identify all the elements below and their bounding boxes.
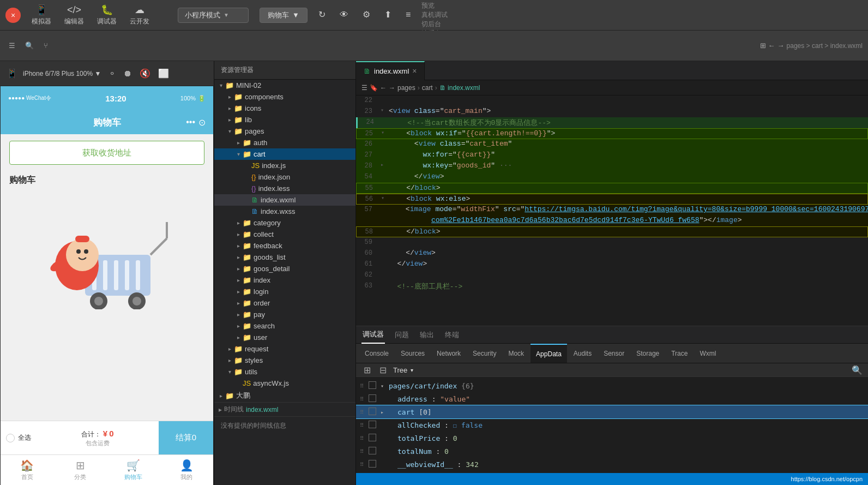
git-icon[interactable]: ⑂: [40, 40, 51, 51]
tree-search[interactable]: ▸ 📁 search: [214, 320, 355, 332]
tree-index[interactable]: ▸ 📁 index: [214, 274, 355, 286]
tree-request[interactable]: ▸ 📁 request: [214, 343, 355, 355]
upload-btn[interactable]: ⬆: [379, 7, 397, 23]
address-checkbox[interactable]: [369, 394, 376, 402]
devtools-tab-security[interactable]: Security: [467, 344, 502, 363]
tree-index-json[interactable]: {} index.json: [214, 171, 355, 183]
tree-category[interactable]: ▸ 📁 category: [214, 217, 355, 229]
data-totalprice-row[interactable]: ⠿ totalPrice : 0: [356, 432, 868, 445]
compile-btn[interactable]: 购物车 ▼: [260, 8, 308, 23]
settings-btn[interactable]: ⚙: [357, 7, 376, 23]
tree-login[interactable]: ▸ 📁 login: [214, 286, 355, 297]
tab-index-wxml[interactable]: 🗎 index.wxml ×: [356, 61, 425, 80]
tree-icons[interactable]: ▸ 📁 icons: [214, 103, 355, 114]
audio-icon[interactable]: 🔇: [137, 66, 153, 81]
data-cart-row[interactable]: ⠿ ▸ cart [0]: [356, 405, 868, 418]
simulator-btn[interactable]: 📱 模拟器: [25, 2, 58, 28]
refresh-btn[interactable]: ↻: [313, 7, 331, 23]
devtools-tab-audits[interactable]: Audits: [568, 344, 597, 363]
nav-dots[interactable]: •••: [186, 117, 195, 128]
cart-check[interactable]: [367, 408, 378, 417]
tree-root[interactable]: ▾ 📁 MINI-02: [214, 80, 355, 91]
record-icon[interactable]: ⏺: [121, 67, 134, 81]
appdata-search-icon[interactable]: 🔍: [852, 365, 863, 375]
debug-tab-output[interactable]: 输出: [419, 326, 435, 344]
more-btn[interactable]: ≡: [400, 8, 416, 23]
device-icon[interactable]: 📱: [4, 66, 20, 81]
tab-close-btn[interactable]: ×: [412, 67, 417, 75]
address-btn[interactable]: 获取收货地址: [9, 141, 204, 165]
tree-order[interactable]: ▸ 📁 order: [214, 297, 355, 309]
rotate-icon[interactable]: ⚬: [106, 66, 118, 81]
devtools-tab-sources[interactable]: Sources: [395, 344, 430, 363]
tree-pay[interactable]: ▸ 📁 pay: [214, 309, 355, 320]
devtools-tab-wxml[interactable]: Wxml: [694, 344, 721, 363]
close-button[interactable]: ×: [5, 8, 21, 23]
data-webviewid-row[interactable]: ⠿ __webviewId__ : 342: [356, 458, 868, 471]
list-icon[interactable]: ☰: [5, 40, 19, 51]
editor-btn[interactable]: </> 编辑器: [58, 2, 91, 28]
breadcrumb-back[interactable]: ←: [380, 84, 387, 92]
select-all-area[interactable]: 全选: [1, 433, 37, 442]
select-all-checkbox[interactable]: [6, 434, 15, 442]
mode-select[interactable]: 小程序模式 ▼: [178, 8, 249, 23]
allchecked-checkbox[interactable]: [369, 421, 376, 428]
breadcrumb-forward[interactable]: →: [389, 84, 395, 92]
split-icon[interactable]: ⊞: [760, 41, 766, 50]
totalprice-check[interactable]: [367, 434, 378, 443]
devtools-tab-mock[interactable]: Mock: [503, 344, 529, 363]
totalnum-check[interactable]: [367, 447, 378, 456]
address-check[interactable]: [367, 394, 378, 404]
checkout-btn[interactable]: 结算0: [159, 421, 213, 455]
tab-cart[interactable]: 🛒 购物车: [107, 459, 160, 481]
collapse-btn[interactable]: ⊟: [377, 364, 389, 376]
devtools-tab-network[interactable]: Network: [431, 344, 466, 363]
devtools-tab-appdata[interactable]: AppData: [531, 344, 567, 363]
tab-home[interactable]: 🏠 首页: [1, 459, 54, 481]
tree-dapeng[interactable]: ▸ 📁 大鹏: [214, 389, 355, 402]
fullscreen-icon[interactable]: ⬜: [156, 66, 171, 81]
root-expand[interactable]: ▾: [378, 383, 387, 389]
devtools-tab-storage[interactable]: Storage: [631, 344, 665, 363]
tree-goos-detail[interactable]: ▸ 📁 goos_detail: [214, 263, 355, 274]
tree-index-wxss[interactable]: 🗎 index.wxss: [214, 206, 355, 217]
data-root-row[interactable]: ⠿ ▾ pages/cart/index {6}: [356, 379, 868, 392]
tree-index-wxml[interactable]: 🗎 index.wxml: [214, 194, 355, 206]
totalprice-checkbox[interactable]: [369, 434, 376, 441]
debug-tab-terminal[interactable]: 终端: [444, 326, 460, 344]
nav-circle[interactable]: ⊙: [198, 117, 206, 128]
root-check[interactable]: [367, 381, 378, 391]
expand-btn[interactable]: ⊞: [361, 364, 373, 376]
data-address-row[interactable]: ⠿ address : "value": [356, 392, 868, 405]
tree-components[interactable]: ▸ 📁 components: [214, 91, 355, 103]
tree-goods-list[interactable]: ▸ 📁 goods_list: [214, 252, 355, 263]
devtools-tab-console[interactable]: Console: [359, 344, 394, 363]
totalnum-checkbox[interactable]: [369, 447, 376, 454]
devtools-tab-sensor[interactable]: Sensor: [598, 344, 630, 363]
tree-dropdown-arrow[interactable]: ▾: [411, 367, 413, 373]
tree-auth[interactable]: ▸ 📁 auth: [214, 137, 355, 148]
eye-btn[interactable]: 👁: [334, 8, 354, 23]
root-checkbox[interactable]: [369, 381, 376, 389]
code-area[interactable]: 22 23 ▾ <view class="cart_main"> 24 <!--…: [356, 95, 868, 326]
tree-lib[interactable]: ▸ 📁 lib: [214, 114, 355, 125]
webviewid-checkbox[interactable]: [369, 460, 376, 468]
debug-tab-debugger[interactable]: 调试器: [361, 326, 385, 344]
nav-back[interactable]: ←: [768, 41, 775, 50]
cart-expand[interactable]: ▸: [378, 409, 387, 415]
data-allchecked-row[interactable]: ⠿ allChecked : ☐ false: [356, 418, 868, 432]
tree-utils[interactable]: ▾ 📁 utils: [214, 366, 355, 378]
tab-mine[interactable]: 👤 我的: [160, 459, 214, 481]
tree-cart[interactable]: ▾ 📁 cart: [214, 148, 355, 160]
tree-collect[interactable]: ▸ 📁 collect: [214, 229, 355, 240]
debugger-btn[interactable]: 🐛 调试器: [91, 2, 123, 28]
tree-pages[interactable]: ▾ 📁 pages: [214, 125, 355, 137]
tree-index-less[interactable]: {} index.less: [214, 183, 355, 194]
data-totalnum-row[interactable]: ⠿ totalNum : 0: [356, 445, 868, 458]
nav-forward[interactable]: →: [777, 41, 785, 50]
webviewid-check[interactable]: [367, 460, 378, 469]
tree-asyncwx[interactable]: JS asyncWx.js: [214, 378, 355, 389]
allchecked-check[interactable]: [367, 421, 378, 430]
tree-styles[interactable]: ▸ 📁 styles: [214, 355, 355, 366]
cart-checkbox[interactable]: [369, 408, 376, 415]
